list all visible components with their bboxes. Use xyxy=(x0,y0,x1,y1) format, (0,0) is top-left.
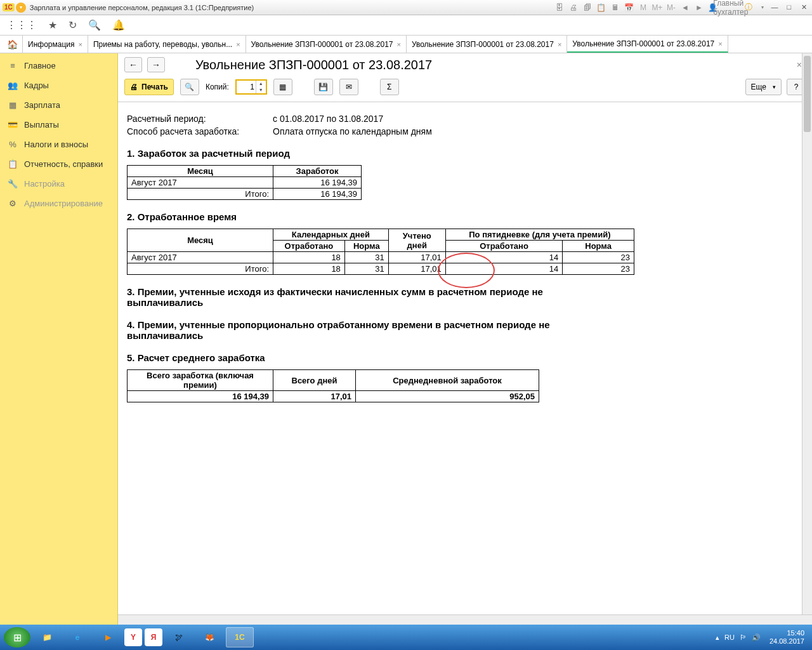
sidebar-item-zarplata[interactable]: ▦Зарплата xyxy=(0,95,117,115)
tab-uvolnenie-1[interactable]: Увольнение ЗПЗП-000001 от 23.08.2017× xyxy=(246,36,407,53)
taskbar-ya[interactable]: Я xyxy=(145,628,162,646)
people-icon: 👥 xyxy=(8,81,18,90)
horizontal-scrollbar[interactable] xyxy=(118,614,812,625)
start-button[interactable]: ⊞ xyxy=(4,627,30,647)
close-icon[interactable]: × xyxy=(236,41,240,48)
tab-label: Приемы на работу, переводы, увольн... xyxy=(93,40,232,49)
print-icon[interactable]: 🖨 xyxy=(568,3,579,13)
minimize-button[interactable]: — xyxy=(769,3,780,11)
m-icon[interactable]: M xyxy=(638,3,648,13)
sidebar-item-otchet[interactable]: 📋Отчетность, справки xyxy=(0,154,117,174)
save-button[interactable]: 💾 xyxy=(314,79,333,95)
worktime-table: Месяц Календарных дней Учтено дней По пя… xyxy=(127,229,634,275)
button-label: Печать xyxy=(141,83,168,91)
period-label: Расчетный период: xyxy=(127,114,273,124)
close-icon[interactable]: × xyxy=(558,41,561,48)
col-caldays: Календарных дней xyxy=(273,229,389,241)
tab-priemy[interactable]: Приемы на работу, переводы, увольн...× xyxy=(88,36,246,53)
close-icon[interactable]: × xyxy=(78,41,82,48)
tab-uvolnenie-2[interactable]: Увольнение ЗПЗП-000001 от 23.08.2017× xyxy=(407,36,567,53)
taskbar-explorer[interactable]: 📁 xyxy=(33,627,61,647)
tray-up-icon[interactable]: ▴ xyxy=(716,633,719,642)
system-tray: ▴ RU 🏳 🔊 15:40 24.08.2017 xyxy=(716,629,808,646)
maximize-button[interactable]: □ xyxy=(783,3,795,11)
sidebar-label: Кадры xyxy=(24,81,49,90)
lang-indicator[interactable]: RU xyxy=(724,633,735,641)
tab-info[interactable]: Информация× xyxy=(23,36,88,53)
sidebar-item-kadry[interactable]: 👥Кадры xyxy=(0,76,117,95)
nav-forward-button[interactable]: → xyxy=(147,57,165,72)
report-area[interactable]: Расчетный период:с 01.08.2017 по 31.08.2… xyxy=(118,102,812,614)
email-button[interactable]: ✉ xyxy=(339,79,358,95)
info-icon[interactable]: ⓘ xyxy=(743,3,754,13)
col-norm: Норма xyxy=(344,241,388,252)
window-titlebar: 1C ▾ Зарплата и управление персоналом, р… xyxy=(0,0,812,15)
vertical-scrollbar[interactable] xyxy=(802,53,812,614)
toggle-grid-button[interactable]: ▦ xyxy=(273,79,292,95)
print-button[interactable]: 🖨Печать xyxy=(124,79,174,95)
scrollbar-thumb[interactable] xyxy=(804,56,811,132)
current-user[interactable]: Главный бухгалтер xyxy=(726,3,736,13)
copies-spinner[interactable]: ▲▼ xyxy=(235,79,267,95)
cell: Итого: xyxy=(128,263,273,275)
nav-back-button[interactable]: ← xyxy=(124,57,142,72)
cell: 17,01 xyxy=(388,263,445,275)
windows-taskbar: ⊞ 📁 ｅ ▶ Y Я 🕊 🦊 1C ▴ RU 🏳 🔊 15:40 24.08.… xyxy=(0,625,812,650)
sum-button[interactable]: Σ xyxy=(380,79,399,95)
network-icon[interactable]: 🔊 xyxy=(752,633,761,642)
cell: 23 xyxy=(563,263,634,275)
taskbar-media[interactable]: ▶ xyxy=(94,627,122,647)
close-icon[interactable]: × xyxy=(718,40,722,48)
close-icon[interactable]: × xyxy=(397,41,401,48)
sidebar-item-nalogi[interactable]: %Налоги и взносы xyxy=(0,135,117,154)
taskbar-yandex[interactable]: Y xyxy=(124,628,142,646)
taskbar-ie[interactable]: ｅ xyxy=(63,627,91,647)
sidebar-item-nastroika[interactable]: 🔧Настройка xyxy=(0,174,117,194)
col: Всего дней xyxy=(273,370,356,391)
search-icon[interactable]: 🔍 xyxy=(88,19,101,31)
spinner-up-icon[interactable]: ▲ xyxy=(256,81,266,87)
cell: 16 194,39 xyxy=(273,189,362,200)
cell: 16 194,39 xyxy=(128,391,273,402)
titlebar-icon[interactable]: 🗄 xyxy=(554,3,565,13)
history-icon[interactable]: ↻ xyxy=(69,19,77,31)
flag-icon[interactable]: 🏳 xyxy=(740,633,747,641)
m-minus-icon[interactable]: M- xyxy=(666,3,676,13)
sidebar-item-main[interactable]: ≡Главное xyxy=(0,56,117,76)
section-1-heading: 1. Заработок за расчетный период xyxy=(127,148,803,159)
taskbar-thunderbird[interactable]: 🕊 xyxy=(165,627,193,647)
taskbar-1c[interactable]: 1C xyxy=(226,627,254,647)
apps-grid-icon[interactable]: ⋮⋮⋮ xyxy=(6,19,37,31)
spinner-down-icon[interactable]: ▼ xyxy=(256,87,266,93)
info-dropdown-icon[interactable]: ▾ xyxy=(757,3,768,13)
average-table: Всего заработка (включая премии) Всего д… xyxy=(127,369,539,402)
col-otr: Отработано xyxy=(273,241,345,252)
copies-input[interactable] xyxy=(237,81,256,93)
cell: 18 xyxy=(273,263,345,275)
favorite-star-icon[interactable]: ★ xyxy=(48,19,57,31)
method-label: Способ расчета заработка: xyxy=(127,126,273,136)
taskbar-clock[interactable]: 15:40 24.08.2017 xyxy=(766,629,808,646)
calc-icon[interactable]: 🖩 xyxy=(610,3,620,13)
close-button[interactable]: ✕ xyxy=(798,3,809,12)
more-button[interactable]: Еще xyxy=(745,79,782,95)
nav-back-icon[interactable]: ◄ xyxy=(680,3,690,13)
home-tab[interactable]: 🏠 xyxy=(3,36,23,53)
titlebar-menu-dropdown[interactable]: ▾ xyxy=(16,3,26,13)
document-title: Увольнение ЗПЗП-000001 от 23.08.2017 xyxy=(195,58,432,72)
compare-icon[interactable]: 🗐 xyxy=(582,3,593,13)
col-pyat: По пятидневке (для учета премий) xyxy=(445,229,634,241)
clipboard-icon[interactable]: 📋 xyxy=(596,3,606,13)
bell-icon[interactable]: 🔔 xyxy=(112,19,125,31)
nav-fwd-icon[interactable]: ► xyxy=(694,3,704,13)
col: Всего заработка (включая премии) xyxy=(128,370,273,391)
m-plus-icon[interactable]: M+ xyxy=(652,3,662,13)
tab-uvolnenie-3[interactable]: Увольнение ЗПЗП-000001 от 23.08.2017× xyxy=(567,36,728,53)
preview-button[interactable]: 🔍 xyxy=(180,79,199,95)
tab-label: Увольнение ЗПЗП-000001 от 23.08.2017 xyxy=(572,39,714,48)
calendar-icon[interactable]: 📅 xyxy=(624,3,634,13)
taskbar-firefox[interactable]: 🦊 xyxy=(195,627,223,647)
menu-icon: ≡ xyxy=(8,61,18,70)
sidebar-item-vyplaty[interactable]: 💳Выплаты xyxy=(0,115,117,135)
sidebar-item-admin[interactable]: ⚙Администрирование xyxy=(0,194,117,213)
